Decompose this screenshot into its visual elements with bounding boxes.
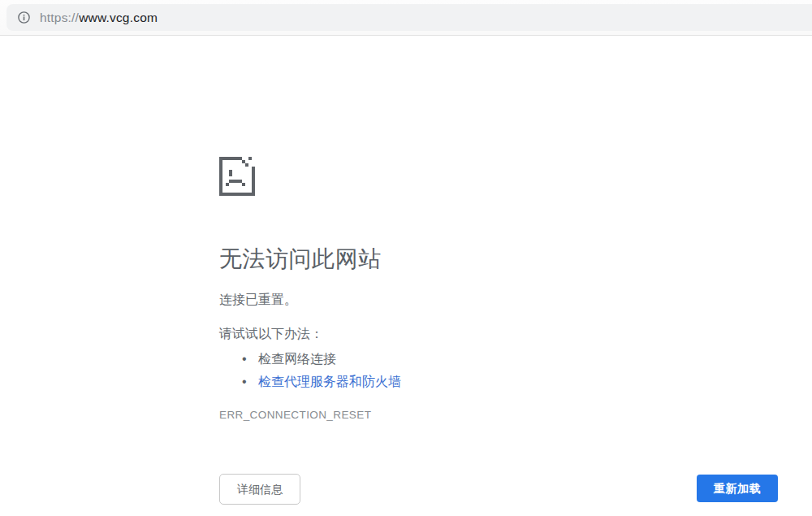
details-button[interactable]: 详细信息 — [219, 474, 300, 505]
error-code: ERR_CONNECTION_RESET — [219, 409, 812, 421]
sad-file-icon — [219, 157, 255, 196]
url-host: www.vcg.com — [79, 11, 158, 24]
suggestion-check-network: 检查网络连接 — [219, 348, 812, 371]
error-page: 无法访问此网站 连接已重置。 请试试以下办法： 检查网络连接 检查代理服务器和防… — [0, 36, 812, 515]
suggestion-heading: 请试试以下办法： — [219, 325, 812, 343]
reload-button[interactable]: 重新加载 — [697, 475, 778, 502]
suggestion-check-proxy: 检查代理服务器和防火墙 — [219, 371, 812, 393]
check-proxy-link[interactable]: 检查代理服务器和防火墙 — [258, 375, 401, 388]
info-circle-icon[interactable] — [17, 11, 31, 24]
browser-toolbar: https://www.vcg.com — [0, 0, 812, 36]
url-text: https://www.vcg.com — [40, 11, 158, 25]
error-title: 无法访问此网站 — [219, 245, 812, 273]
address-bar[interactable]: https://www.vcg.com — [6, 4, 812, 31]
suggestion-list: 检查网络连接 检查代理服务器和防火墙 — [219, 348, 812, 393]
url-scheme: https:// — [40, 11, 79, 24]
error-message: 连接已重置。 — [219, 291, 812, 309]
